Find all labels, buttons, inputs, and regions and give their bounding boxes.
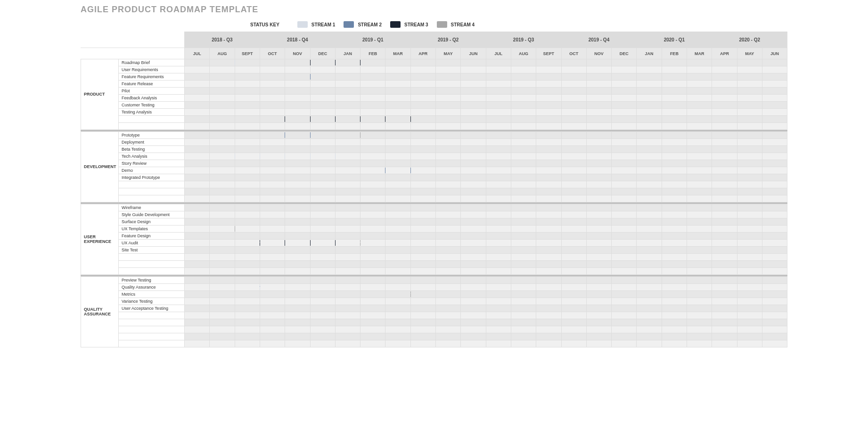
timeline-cell[interactable]: [385, 195, 410, 202]
timeline-cell[interactable]: [687, 66, 712, 73]
timeline-cell[interactable]: [737, 59, 762, 66]
timeline-cell[interactable]: [637, 109, 662, 116]
timeline-cell[interactable]: [210, 240, 235, 247]
timeline-cell[interactable]: [586, 218, 611, 226]
timeline-cell[interactable]: [260, 139, 285, 146]
timeline-cell[interactable]: [561, 123, 586, 130]
timeline-cell[interactable]: [310, 247, 335, 254]
timeline-cell[interactable]: [612, 298, 637, 305]
timeline-cell[interactable]: [360, 226, 385, 233]
timeline-cell[interactable]: [210, 167, 235, 174]
timeline-cell[interactable]: [511, 268, 536, 275]
timeline-cell[interactable]: [461, 333, 486, 340]
timeline-cell[interactable]: [536, 109, 561, 116]
timeline-cell[interactable]: [285, 233, 310, 240]
timeline-cell[interactable]: [285, 153, 310, 160]
timeline-cell[interactable]: [210, 102, 235, 109]
timeline-cell[interactable]: [737, 233, 762, 240]
timeline-cell[interactable]: [210, 319, 235, 326]
timeline-cell[interactable]: [310, 254, 335, 261]
timeline-cell[interactable]: [511, 305, 536, 312]
timeline-cell[interactable]: [285, 102, 310, 109]
timeline-cell[interactable]: [210, 204, 235, 211]
timeline-cell[interactable]: [410, 226, 435, 233]
timeline-cell[interactable]: [210, 153, 235, 160]
timeline-cell[interactable]: [461, 240, 486, 247]
timeline-cell[interactable]: [486, 233, 511, 240]
timeline-cell[interactable]: [360, 211, 385, 218]
timeline-cell[interactable]: [360, 312, 385, 319]
timeline-cell[interactable]: [285, 116, 310, 123]
timeline-cell[interactable]: [561, 66, 586, 73]
timeline-cell[interactable]: [762, 146, 787, 153]
timeline-cell[interactable]: [561, 305, 586, 312]
timeline-cell[interactable]: [662, 167, 687, 174]
timeline-cell[interactable]: [461, 95, 486, 102]
timeline-cell[interactable]: [687, 284, 712, 291]
timeline-cell[interactable]: [612, 319, 637, 326]
timeline-cell[interactable]: [612, 305, 637, 312]
timeline-cell[interactable]: [185, 333, 210, 340]
timeline-cell[interactable]: [335, 146, 360, 153]
timeline-cell[interactable]: [687, 305, 712, 312]
timeline-cell[interactable]: [586, 268, 611, 275]
timeline-cell[interactable]: [285, 268, 310, 275]
timeline-cell[interactable]: [687, 268, 712, 275]
timeline-cell[interactable]: [235, 254, 260, 261]
timeline-cell[interactable]: [687, 139, 712, 146]
timeline-cell[interactable]: [285, 340, 310, 347]
timeline-cell[interactable]: [335, 333, 360, 340]
timeline-cell[interactable]: [285, 174, 310, 181]
timeline-cell[interactable]: [436, 218, 461, 226]
timeline-cell[interactable]: [436, 298, 461, 305]
timeline-cell[interactable]: [436, 284, 461, 291]
timeline-cell[interactable]: [762, 277, 787, 284]
timeline-cell[interactable]: [310, 326, 335, 333]
timeline-cell[interactable]: [360, 261, 385, 268]
timeline-cell[interactable]: [637, 333, 662, 340]
timeline-cell[interactable]: [737, 116, 762, 123]
timeline-cell[interactable]: [285, 211, 310, 218]
timeline-cell[interactable]: [511, 254, 536, 261]
timeline-cell[interactable]: [235, 268, 260, 275]
timeline-cell[interactable]: [310, 174, 335, 181]
timeline-cell[interactable]: [486, 153, 511, 160]
timeline-cell[interactable]: [360, 167, 385, 174]
timeline-cell[interactable]: [536, 167, 561, 174]
timeline-cell[interactable]: [637, 153, 662, 160]
timeline-cell[interactable]: [486, 146, 511, 153]
timeline-cell[interactable]: [310, 116, 335, 123]
timeline-cell[interactable]: [235, 211, 260, 218]
timeline-cell[interactable]: [662, 277, 687, 284]
timeline-cell[interactable]: [712, 319, 737, 326]
timeline-cell[interactable]: [737, 139, 762, 146]
timeline-cell[interactable]: [737, 174, 762, 181]
timeline-cell[interactable]: [586, 153, 611, 160]
timeline-cell[interactable]: [210, 116, 235, 123]
timeline-cell[interactable]: [260, 204, 285, 211]
timeline-cell[interactable]: [185, 218, 210, 226]
timeline-cell[interactable]: [662, 254, 687, 261]
timeline-cell[interactable]: TEXT: [185, 116, 210, 123]
timeline-cell[interactable]: [561, 160, 586, 167]
timeline-cell[interactable]: [536, 59, 561, 66]
timeline-cell[interactable]: [687, 319, 712, 326]
timeline-cell[interactable]: [210, 88, 235, 95]
timeline-cell[interactable]: [310, 109, 335, 116]
timeline-cell[interactable]: [586, 319, 611, 326]
timeline-cell[interactable]: [360, 204, 385, 211]
timeline-cell[interactable]: [737, 146, 762, 153]
timeline-cell[interactable]: [235, 284, 260, 291]
timeline-cell[interactable]: [687, 195, 712, 202]
timeline-cell[interactable]: [461, 88, 486, 95]
timeline-cell[interactable]: [687, 240, 712, 247]
timeline-cell[interactable]: [260, 233, 285, 240]
timeline-cell[interactable]: [360, 284, 385, 291]
timeline-cell[interactable]: [712, 88, 737, 95]
timeline-cell[interactable]: [637, 73, 662, 81]
timeline-cell[interactable]: [486, 254, 511, 261]
timeline-cell[interactable]: [637, 195, 662, 202]
timeline-cell[interactable]: [285, 312, 310, 319]
timeline-cell[interactable]: [612, 204, 637, 211]
timeline-cell[interactable]: [410, 261, 435, 268]
